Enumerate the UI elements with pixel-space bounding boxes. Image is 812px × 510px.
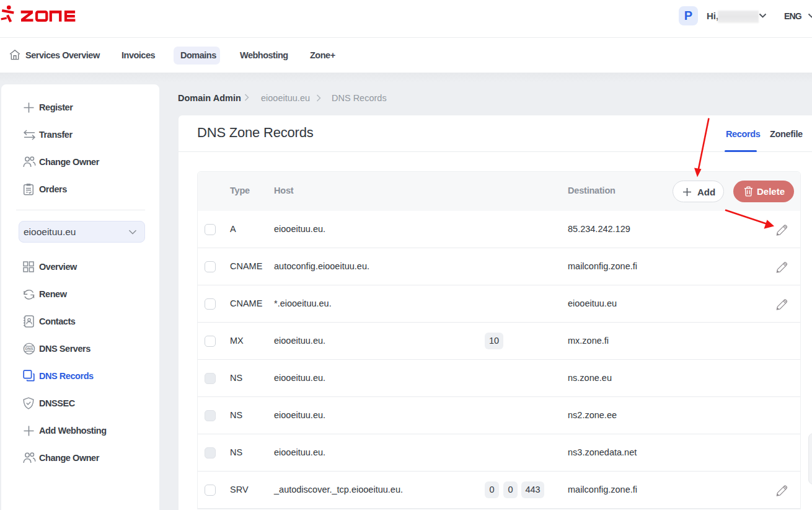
svg-text:DNS: DNS (25, 346, 33, 351)
